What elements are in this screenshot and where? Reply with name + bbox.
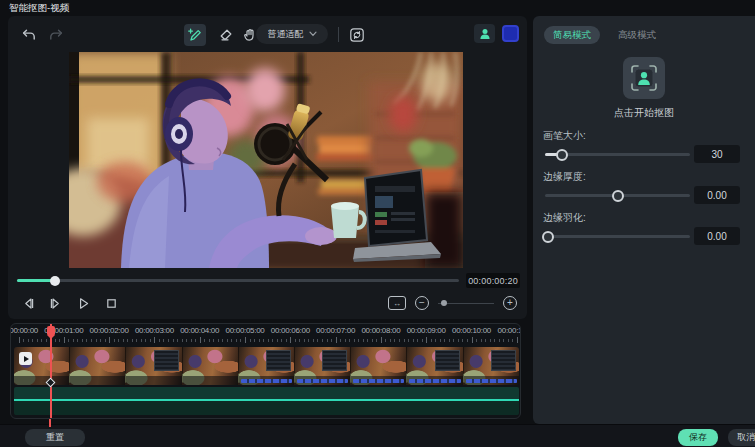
timeline-panel: 00:00:00:0000:00:01:0000:00:02:0000:00:0… (10, 323, 521, 419)
zoom-out-button[interactable]: − (415, 296, 429, 310)
slider-track[interactable] (545, 194, 690, 197)
slider-value-box[interactable]: 0.00 (694, 227, 740, 245)
start-matting-button[interactable] (623, 57, 665, 99)
slider-block: 边缘羽化:0.00 (533, 211, 755, 249)
timeline-zoom-slider[interactable] (438, 296, 494, 310)
slider-label: 画笔大小: (543, 129, 586, 143)
fit-timeline-button[interactable]: ↔ (388, 296, 406, 310)
properties-panel: 简易模式高级模式 点击开始抠图 画笔大小:30边缘厚度:0.00边缘羽化:0.0… (533, 16, 755, 424)
step-back-icon (21, 296, 36, 311)
slider-thumb[interactable] (542, 231, 554, 243)
undo-button[interactable] (18, 24, 40, 46)
matte-color-swatch[interactable] (502, 25, 519, 42)
mode-tabs: 简易模式高级模式 (544, 26, 665, 44)
preview-panel: 普通适配 (8, 16, 527, 319)
zoom-slider-thumb[interactable] (441, 300, 447, 306)
slider-label: 边缘厚度: (543, 170, 586, 184)
undo-icon (21, 27, 37, 43)
previous-frame-button[interactable] (19, 294, 37, 312)
play-button[interactable] (74, 294, 92, 312)
slider-thumb[interactable] (556, 149, 568, 161)
person-frame-icon (630, 64, 658, 92)
adapt-mode-value: 普通适配 (268, 28, 304, 41)
toolbar-divider (338, 27, 339, 42)
window-title: 智能抠图-视频 (9, 1, 69, 14)
slider-track[interactable] (545, 235, 690, 238)
compare-refresh-icon (349, 27, 365, 43)
ruler-label: 00:00:11:00 (487, 326, 521, 335)
step-forward-icon (48, 296, 63, 311)
playhead-tail (49, 419, 51, 427)
film-thumbnail (351, 347, 407, 385)
preview-toolbar: 普通适配 (8, 22, 527, 48)
ruler-ticks (11, 337, 520, 344)
subject-preview-button[interactable] (474, 24, 495, 43)
audio-track-clip[interactable] (14, 387, 519, 415)
film-thumbnail (464, 347, 520, 385)
slider-block: 画笔大小:30 (533, 129, 755, 167)
save-button[interactable]: 保存 (678, 429, 718, 446)
tab-advanced-mode[interactable]: 高级模式 (609, 26, 665, 44)
seek-thumb[interactable] (50, 276, 60, 286)
slider-thumb[interactable] (612, 190, 624, 202)
eraser-button[interactable] (215, 24, 237, 46)
slider-block: 边缘厚度:0.00 (533, 170, 755, 208)
eraser-icon (218, 27, 234, 43)
redo-icon (48, 27, 64, 43)
playhead-head[interactable] (47, 326, 55, 335)
film-thumbnail (70, 347, 126, 385)
film-thumbnail (239, 347, 295, 385)
chevron-down-icon (309, 31, 317, 37)
slider-track[interactable] (545, 153, 690, 156)
tab-simple-mode[interactable]: 简易模式 (544, 26, 600, 44)
film-thumbnail (126, 347, 182, 385)
smart-brush-button[interactable] (184, 24, 206, 46)
timecode-display: 00:00:00:20 (466, 273, 520, 288)
film-thumbnail (183, 347, 239, 385)
film-thumbnail (295, 347, 351, 385)
next-frame-button[interactable] (46, 294, 64, 312)
clip-play-badge-icon (19, 352, 32, 365)
video-frame (69, 52, 463, 268)
person-icon (478, 27, 492, 41)
timeline-playhead[interactable] (50, 324, 52, 419)
adapt-mode-dropdown[interactable]: 普通适配 (256, 24, 328, 44)
film-thumbnail (407, 347, 463, 385)
start-matting-caption: 点击开始抠图 (533, 106, 755, 120)
seek-bar[interactable] (17, 279, 459, 282)
slider-value-box[interactable]: 0.00 (694, 186, 740, 204)
stop-icon (104, 296, 119, 311)
reset-button[interactable]: 重置 (25, 429, 85, 446)
audio-waveform-line (14, 399, 519, 401)
footer-bar: 重置 保存 取消 (0, 424, 755, 447)
redo-button[interactable] (45, 24, 67, 46)
stop-button[interactable] (102, 294, 120, 312)
brush-plus-icon (187, 27, 203, 43)
slider-value-box[interactable]: 30 (694, 145, 740, 163)
video-track-clip[interactable] (14, 347, 519, 385)
timeline-ruler[interactable]: 00:00:00:0000:00:01:0000:00:02:0000:00:0… (11, 326, 520, 336)
play-icon (76, 296, 91, 311)
video-canvas[interactable] (69, 52, 463, 268)
compare-button[interactable] (346, 24, 368, 46)
slider-label: 边缘羽化: (543, 211, 586, 225)
zoom-in-button[interactable]: + (503, 296, 517, 310)
cancel-button[interactable]: 取消 (728, 429, 755, 446)
